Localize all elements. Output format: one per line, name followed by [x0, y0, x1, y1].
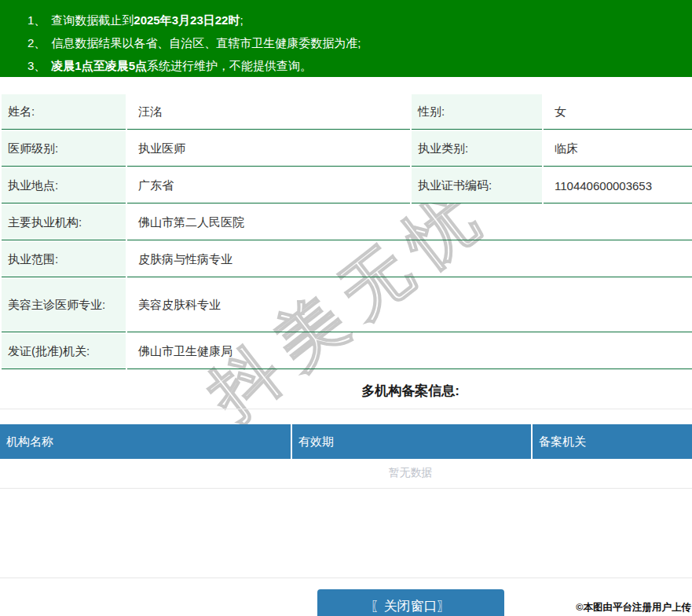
divider-bottom — [0, 578, 692, 578]
field-label: 执业证书编码: — [412, 168, 542, 204]
filing-table: 机构名称有效期备案机关 暂无数据 — [0, 424, 692, 489]
notice-text: ; — [240, 13, 243, 27]
divider-top — [0, 409, 692, 409]
field-label: 姓名: — [2, 94, 126, 130]
field-value: 临床 — [544, 131, 692, 167]
close-window-button[interactable]: 〖关闭窗口〗 — [317, 589, 504, 616]
notice-text: 2025年3月23日22时 — [134, 13, 240, 27]
field-value: 美容皮肤科专业 — [127, 279, 692, 332]
info-row: 医师级别:执业医师执业类别:临床 — [2, 131, 692, 167]
upload-credit-text: ©本图由平台注册用户上传 — [576, 601, 691, 614]
field-label: 执业范围: — [2, 242, 126, 277]
notice-text: 信息数据结果以各省、自治区、直辖市卫生健康委数据为准; — [51, 36, 361, 50]
field-label: 性别: — [412, 94, 542, 130]
main-content: 姓名:汪洺性别:女医师级别:执业医师执业类别:临床执业地点:广东省执业证书编码:… — [0, 93, 692, 616]
filing-empty-row: 暂无数据 — [0, 459, 692, 488]
notice-line: 2、信息数据结果以各省、自治区、直辖市卫生健康委数据为准; — [27, 31, 692, 54]
field-label: 执业地点: — [2, 168, 126, 204]
field-label: 美容主诊医师专业: — [2, 279, 126, 332]
field-label: 发证(批准)机关: — [2, 334, 126, 369]
field-value: 佛山市卫生健康局 — [127, 334, 692, 369]
field-label: 执业类别: — [412, 131, 542, 167]
notice-text: 凌晨1点至凌晨5点 — [51, 59, 147, 72]
info-row: 执业范围:皮肤病与性病专业 — [2, 242, 692, 277]
notice-number: 2、 — [27, 36, 46, 50]
info-row: 姓名:汪洺性别:女 — [2, 94, 692, 130]
notice-text: 系统进行维护，不能提供查询。 — [147, 59, 312, 72]
field-value: 女 — [544, 94, 692, 130]
field-label: 主要执业机构: — [2, 205, 126, 240]
filing-table-header: 机构名称有效期备案机关 — [0, 424, 692, 459]
field-value: 佛山市第二人民医院 — [127, 205, 692, 240]
field-value: 执业医师 — [127, 131, 410, 167]
filing-column-header: 有效期 — [291, 424, 532, 459]
no-data-text: 暂无数据 — [0, 459, 692, 488]
info-row: 主要执业机构:佛山市第二人民医院 — [2, 205, 692, 240]
field-label: 医师级别: — [2, 131, 126, 167]
notice-number: 1、 — [27, 13, 46, 27]
filing-column-header: 备案机关 — [532, 424, 692, 459]
notice-line: 3、凌晨1点至凌晨5点系统进行维护，不能提供查询。 — [27, 54, 692, 77]
filing-column-header: 机构名称 — [0, 424, 291, 459]
field-value: 汪洺 — [127, 94, 410, 130]
info-row: 发证(批准)机关:佛山市卫生健康局 — [2, 334, 692, 369]
field-value: 皮肤病与性病专业 — [127, 242, 692, 277]
doctor-info-table: 姓名:汪洺性别:女医师级别:执业医师执业类别:临床执业地点:广东省执业证书编码:… — [0, 93, 692, 371]
field-value: 广东省 — [127, 168, 410, 204]
field-value: 110440600003653 — [544, 168, 692, 204]
query-result-page: 抖美无忧 1、查询数据截止到2025年3月23日22时;2、信息数据结果以各省、… — [0, 0, 692, 616]
info-row: 美容主诊医师专业:美容皮肤科专业 — [2, 279, 692, 332]
notice-bar: 1、查询数据截止到2025年3月23日22时;2、信息数据结果以各省、自治区、直… — [0, 0, 692, 77]
filing-section-title: 多机构备案信息: — [0, 382, 692, 399]
notice-number: 3、 — [27, 59, 46, 72]
info-row: 执业地点:广东省执业证书编码:110440600003653 — [2, 168, 692, 204]
notice-line: 1、查询数据截止到2025年3月23日22时; — [27, 9, 692, 31]
notice-text: 查询数据截止到 — [51, 13, 134, 27]
